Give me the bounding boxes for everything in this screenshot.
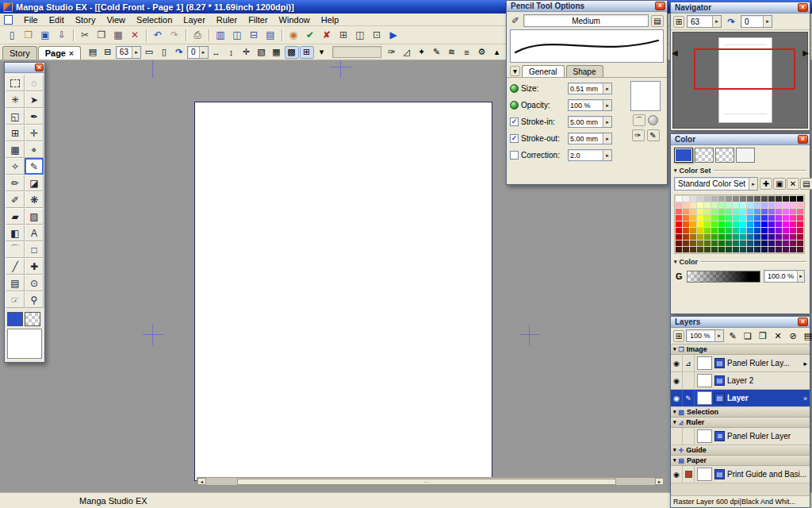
palette-color-7-0[interactable] (676, 241, 682, 246)
palette-color-5-0[interactable] (676, 228, 682, 233)
actual-size-icon[interactable]: ▯ (157, 46, 171, 59)
move-tool[interactable]: ✛ (25, 125, 44, 141)
menu-help[interactable]: Help (316, 14, 345, 25)
palette-color-3-17[interactable] (797, 215, 803, 221)
palette-color-5-12[interactable] (761, 228, 768, 233)
color-set-menu-icon[interactable]: ▤ (800, 178, 812, 190)
palette-color-8-13[interactable] (768, 247, 775, 252)
panel-window-icon[interactable]: ◫ (352, 28, 368, 42)
rect-select-tool[interactable] (6, 75, 25, 91)
collapse-icon[interactable]: ▾ (673, 447, 676, 453)
flip-horizontal-icon[interactable]: ↔ (209, 46, 224, 59)
stroke-curve-button[interactable]: ⌒ (633, 114, 645, 126)
spinner-icon[interactable]: ▸ (199, 47, 208, 58)
palette-color-0-12[interactable] (761, 196, 768, 202)
menu-story[interactable]: Story (70, 14, 102, 25)
collapse-icon[interactable]: ▾ (673, 457, 676, 464)
palette-color-7-5[interactable] (711, 241, 718, 246)
check-off-icon[interactable]: ✘ (319, 28, 335, 42)
palette-color-0-4[interactable] (704, 196, 710, 202)
spinner-icon[interactable]: ▸ (714, 330, 723, 341)
text-tool[interactable]: A (25, 225, 44, 241)
window-page-icon[interactable]: ◫ (229, 28, 245, 42)
palette-color-1-5[interactable] (711, 202, 718, 208)
palette-color-8-14[interactable] (776, 247, 782, 252)
palette-color-4-5[interactable] (711, 221, 718, 227)
palette-color-7-14[interactable] (776, 241, 782, 246)
color-set-section[interactable]: ▾ Color Set (671, 165, 810, 175)
color-set-select[interactable]: Standard Color Set ▸ (674, 177, 758, 190)
palette-color-0-11[interactable] (754, 196, 760, 202)
palette-color-7-4[interactable] (704, 241, 710, 246)
redo-icon[interactable]: ↷ (167, 28, 182, 42)
palette-color-3-3[interactable] (697, 215, 703, 221)
palette-color-4-12[interactable] (761, 221, 768, 227)
pen-pressure-button[interactable]: ✑ (632, 129, 645, 141)
palette-color-1-6[interactable] (718, 202, 725, 208)
palette-color-6-5[interactable] (711, 234, 718, 240)
layers-menu-icon[interactable]: ▤ (801, 329, 812, 342)
palette-color-4-17[interactable] (797, 221, 803, 227)
palette-color-1-0[interactable] (676, 202, 682, 208)
palette-color-3-9[interactable] (740, 215, 746, 221)
spinner-icon[interactable]: ▸ (797, 271, 804, 282)
palette-color-4-9[interactable] (740, 221, 746, 227)
palette-color-2-14[interactable] (776, 209, 782, 214)
palette-color-6-6[interactable] (718, 234, 725, 240)
palette-color-2-4[interactable] (704, 209, 710, 214)
foreground-color-swatch[interactable] (674, 148, 693, 163)
shape-tool[interactable]: □ (25, 241, 44, 258)
snap-icon[interactable]: ▦ (270, 46, 284, 59)
palette-color-3-8[interactable] (733, 215, 739, 221)
mech-pencil-tool[interactable]: ✏ (6, 175, 25, 191)
palette-color-8-0[interactable] (676, 247, 682, 252)
palette-color-0-16[interactable] (790, 196, 796, 202)
palette-color-3-12[interactable] (761, 215, 768, 221)
close-icon[interactable]: × (35, 64, 44, 71)
visibility-eye-icon[interactable]: ◉ (671, 355, 683, 371)
window-split-icon[interactable]: ⊟ (246, 28, 262, 42)
eraser-tool[interactable]: ◪ (25, 175, 44, 191)
object-select-tool[interactable]: ➤ (25, 91, 44, 108)
spinner-icon[interactable]: ▸ (749, 178, 757, 190)
spinner-icon[interactable]: ▸ (132, 47, 140, 58)
palette-color-4-8[interactable] (733, 221, 739, 227)
snap-options-icon[interactable]: ▾ (315, 46, 329, 59)
lock-layer-icon[interactable]: ⊘ (786, 329, 800, 342)
palette-color-8-16[interactable] (790, 247, 796, 252)
layer-opacity-combo[interactable]: 100 % ▸ (686, 329, 724, 342)
palette-color-8-17[interactable] (797, 247, 803, 252)
collapse-icon[interactable]: ▾ (673, 409, 676, 415)
palette-color-4-6[interactable] (718, 221, 725, 227)
palette-color-5-6[interactable] (718, 228, 725, 233)
stamp-tool[interactable]: ⊙ (25, 275, 44, 291)
palette-color-0-1[interactable] (683, 196, 689, 202)
palette-color-5-11[interactable] (754, 228, 760, 233)
delete-icon[interactable]: ✕ (127, 28, 143, 42)
visibility-eye-icon[interactable]: ◉ (671, 390, 683, 406)
scroll-right-icon[interactable]: ▸ (655, 478, 664, 485)
layer-thumbnail[interactable] (697, 356, 712, 370)
palette-color-4-10[interactable] (747, 221, 753, 227)
palette-color-7-6[interactable] (718, 241, 725, 246)
field-value-combo[interactable]: 100 %▸ (568, 99, 612, 111)
layer-row-layer-2[interactable]: ◉▤Layer 2 (671, 372, 810, 390)
palette-color-4-1[interactable] (683, 221, 689, 227)
move-page-icon[interactable]: ✛ (239, 46, 254, 59)
palette-color-3-11[interactable] (754, 215, 760, 221)
palette-color-2-0[interactable] (676, 209, 682, 214)
palette-color-0-6[interactable] (718, 196, 725, 202)
flip-vertical-icon[interactable]: ↕ (224, 46, 239, 59)
gray-gradient-slider[interactable] (687, 271, 760, 283)
pencil-panel-titlebar[interactable]: Pencil Tool Options × (507, 1, 667, 12)
color-section[interactable]: ▾ Color (671, 256, 810, 267)
panel-collapse-right-icon[interactable]: ▶ (802, 48, 809, 57)
palette-color-6-1[interactable] (683, 234, 689, 240)
pattern-tool[interactable]: ▨ (25, 208, 44, 225)
layers-titlebar[interactable]: Layers × (671, 317, 810, 328)
layer-thumbnail[interactable] (697, 374, 712, 387)
open-icon[interactable]: ❒ (21, 28, 36, 42)
collapse-icon[interactable]: ▾ (673, 346, 676, 352)
palette-color-2-12[interactable] (761, 209, 768, 214)
palette-color-6-0[interactable] (676, 234, 682, 240)
